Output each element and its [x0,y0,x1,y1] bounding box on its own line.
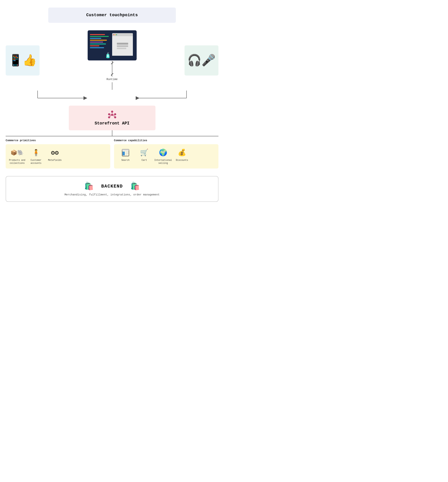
discounts-icon: 💰 [178,148,186,157]
svg-rect-25 [126,155,128,155]
cart-item: 🛒 Cart [136,148,153,165]
international-selling-item: 🌍 International selling [155,148,172,165]
svg-point-6 [111,111,113,113]
backend-title: BACKEND [101,184,123,189]
cart-label: Cart [142,159,147,162]
backend-subtitle: Merchandising, fulfillment, integrations… [64,193,160,196]
search-label: Search [121,159,129,162]
commerce-primitives-label: Commerce primitives [6,139,110,142]
customer-accounts-label: Customer accounts [28,159,44,165]
right-touchpoint-icon: 🎧🎤 [187,54,216,67]
svg-rect-22 [122,152,125,155]
svg-point-11 [111,114,113,116]
customer-accounts-icon: 🧍 [32,148,40,157]
search-item: Search [117,148,134,165]
storefront-api-icon [80,110,144,120]
commerce-primitives-box: 📦🐘 Products and collections 🧍 Customer a… [6,144,110,169]
backend-icon-left: 🛍️ [84,182,94,191]
cart-icon: 🛒 [140,148,149,157]
svg-rect-21 [122,149,129,151]
screen-lines [90,34,109,48]
svg-rect-24 [126,153,128,154]
screen-window [112,33,133,56]
customer-touchpoints-box: Customer touchpoints [48,8,176,23]
svg-point-8 [114,113,116,115]
international-selling-icon: 🌍 [159,148,167,157]
screen-box: 🧴 [88,30,137,61]
discounts-label: Discounts [176,159,188,162]
products-collections-icon: 📦🐘 [11,148,24,157]
commerce-capabilities-box: Search 🛒 Cart 🌍 International selling [114,144,219,169]
screen-figure: 🧴 [104,52,111,59]
backend-icon-right: 🛍️ [130,182,140,191]
svg-point-10 [114,116,116,118]
screen-window-body [112,36,133,56]
commerce-capabilities-label: Commerce capabilities [114,139,219,142]
left-touchpoint-box: 📱👍 [6,45,40,76]
svg-point-9 [108,116,110,118]
commerce-capabilities-section: Commerce capabilities [114,139,219,169]
left-touchpoint-icon: 📱👍 [8,54,37,67]
backend-title-row: 🛍️ BACKEND 🛍️ [84,182,140,191]
runtime-label: Runtime [106,78,118,81]
products-collections-label: Products and collections [9,159,26,165]
backend-box: 🛍️ BACKEND 🛍️ Merchandising, fulfillment… [6,176,218,202]
search-icon [122,148,129,157]
customer-accounts-item: 🧍 Customer accounts [28,148,44,165]
storefront-api-box: Storefront API [69,106,155,130]
metafields-item: ⚙️⚙️ Metafields [46,148,63,165]
svg-rect-23 [126,152,128,152]
right-touchpoint-box: 🎧🎤 [184,45,218,76]
customer-touchpoints-label: Customer touchpoints [86,13,138,17]
screen-window-title [112,33,133,36]
international-selling-label: International selling [154,159,172,165]
commerce-primitives-section: Commerce primitives 📦🐘 Products and coll… [6,139,110,169]
discounts-item: 💰 Discounts [174,148,191,165]
storefront-api-label: Storefront API [80,121,144,126]
metafields-icon: ⚙️⚙️ [51,148,59,157]
runtime-arrow: Runtime [106,61,118,90]
products-collections-item: 📦🐘 Products and collections [9,148,26,165]
svg-point-7 [108,113,110,115]
metafields-label: Metafields [48,159,62,162]
